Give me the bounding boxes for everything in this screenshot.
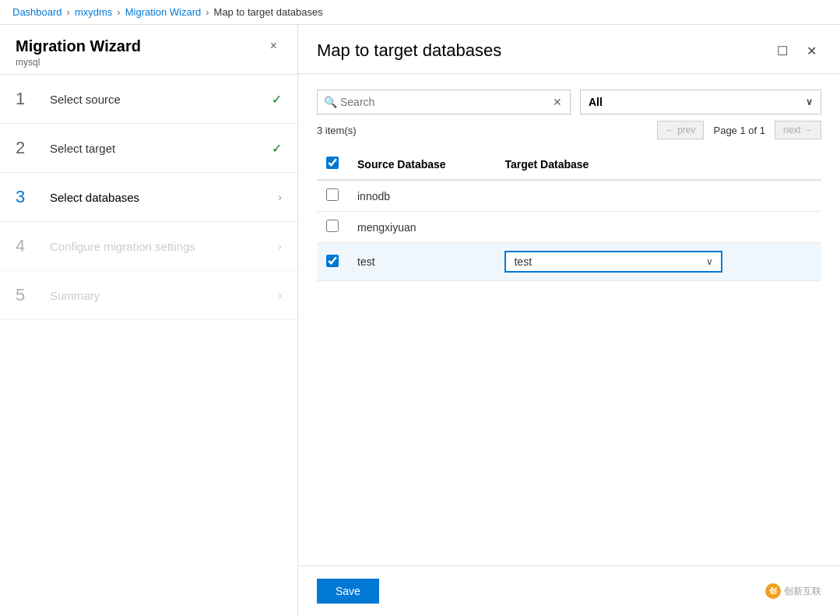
watermark-logo: 创 <box>765 583 781 599</box>
search-clear-button[interactable]: ✕ <box>551 96 564 108</box>
row-1-checkbox[interactable] <box>326 188 339 201</box>
row-1-target <box>495 180 821 212</box>
step-5-number: 5 <box>16 285 40 305</box>
step-1-checkmark-icon: ✓ <box>272 92 282 107</box>
search-box: 🔍 ✕ <box>317 90 571 114</box>
step-2-checkmark-icon: ✓ <box>272 141 282 156</box>
step-3[interactable]: 3 Select databases › <box>0 173 297 222</box>
breadcrumb-migration-wizard[interactable]: Migration Wizard <box>125 6 202 18</box>
row-3-check-cell <box>317 243 348 281</box>
row-3-checkbox[interactable] <box>326 255 339 267</box>
pagination-row: 3 item(s) ← prev Page 1 of 1 next → <box>317 121 821 139</box>
table-row: test test ∨ <box>317 243 821 281</box>
step-1-label: Select source <box>50 93 272 106</box>
target-db-header: Target Database <box>495 149 821 180</box>
watermark-text: 创新互联 <box>784 585 821 598</box>
content-panel: Map to target databases ☐ ✕ 🔍 ✕ All ∨ <box>298 25 840 616</box>
step-4-number: 4 <box>16 236 40 256</box>
filter-dropdown[interactable]: All ∨ <box>580 90 821 114</box>
sidebar-header: Migration Wizard mysql × <box>0 25 297 75</box>
step-2-number: 2 <box>16 138 40 158</box>
row-1-source: innodb <box>348 180 495 212</box>
row-2-check-cell <box>317 212 348 243</box>
target-db-selected: test <box>514 255 532 268</box>
step-2-label: Select target <box>50 142 272 155</box>
search-icon: 🔍 <box>324 96 337 108</box>
table-row: mengxiyuan <box>317 212 821 243</box>
step-5: 5 Summary › <box>0 271 297 320</box>
filter-chevron-icon: ∨ <box>806 97 813 107</box>
pagination-controls: ← prev Page 1 of 1 next → <box>657 121 821 139</box>
table-header-row: Source Database Target Database <box>317 149 821 180</box>
source-db-header: Source Database <box>348 149 495 180</box>
target-db-dropdown[interactable]: test ∨ <box>504 251 722 273</box>
prev-page-button[interactable]: ← prev <box>657 121 705 139</box>
header-checkbox-cell <box>317 149 348 180</box>
row-2-source: mengxiyuan <box>348 212 495 243</box>
next-page-button[interactable]: next → <box>775 121 821 139</box>
sidebar-subtitle: mysql <box>16 57 141 68</box>
database-table: Source Database Target Database innodb <box>317 149 821 281</box>
breadcrumb-mxydms[interactable]: mxydms <box>75 6 112 18</box>
target-dropdown-chevron-icon: ∨ <box>706 256 713 267</box>
content-body: 🔍 ✕ All ∨ 3 item(s) ← prev Page 1 of 1 n… <box>298 74 840 565</box>
sidebar-close-button[interactable]: × <box>265 37 282 55</box>
content-title: Map to target databases <box>317 40 501 61</box>
step-2[interactable]: 2 Select target ✓ <box>0 124 297 173</box>
content-footer: Save 创 创新互联 <box>298 565 840 616</box>
search-filter-row: 🔍 ✕ All ∨ <box>317 90 821 114</box>
step-3-number: 3 <box>16 187 40 207</box>
breadcrumb-dashboard[interactable]: Dashboard <box>12 6 62 18</box>
content-header: Map to target databases ☐ ✕ <box>298 25 840 74</box>
filter-selected-label: All <box>589 96 603 108</box>
step-5-label: Summary <box>50 289 278 302</box>
breadcrumb: Dashboard › mxydms › Migration Wizard › … <box>0 0 840 25</box>
step-4-label: Configure migration settings <box>50 240 278 253</box>
step-3-label: Select databases <box>50 191 278 204</box>
page-info: Page 1 of 1 <box>710 125 768 136</box>
row-2-checkbox[interactable] <box>326 220 339 232</box>
window-controls: ☐ ✕ <box>772 42 821 60</box>
save-button[interactable]: Save <box>317 579 379 604</box>
step-list: 1 Select source ✓ 2 Select target ✓ 3 Se… <box>0 75 297 616</box>
step-1[interactable]: 1 Select source ✓ <box>0 75 297 124</box>
maximize-button[interactable]: ☐ <box>772 42 793 60</box>
step-5-chevron-icon: › <box>278 289 282 301</box>
sidebar: Migration Wizard mysql × 1 Select source… <box>0 25 298 616</box>
table-row: innodb <box>317 180 821 212</box>
breadcrumb-current: Map to target databases <box>214 6 323 18</box>
search-input[interactable] <box>337 96 551 108</box>
items-count: 3 item(s) <box>317 125 357 136</box>
step-4-chevron-icon: › <box>278 240 282 252</box>
step-4: 4 Configure migration settings › <box>0 222 297 271</box>
row-3-target: test ∨ <box>495 243 821 281</box>
sidebar-title: Migration Wizard <box>16 37 141 55</box>
watermark: 创 创新互联 <box>765 583 821 599</box>
select-all-checkbox[interactable] <box>326 157 339 169</box>
close-content-button[interactable]: ✕ <box>802 42 821 60</box>
row-3-source: test <box>348 243 495 281</box>
step-1-number: 1 <box>16 89 40 109</box>
step-3-chevron-icon: › <box>278 191 282 203</box>
row-2-target <box>495 212 821 243</box>
row-1-check-cell <box>317 180 348 212</box>
